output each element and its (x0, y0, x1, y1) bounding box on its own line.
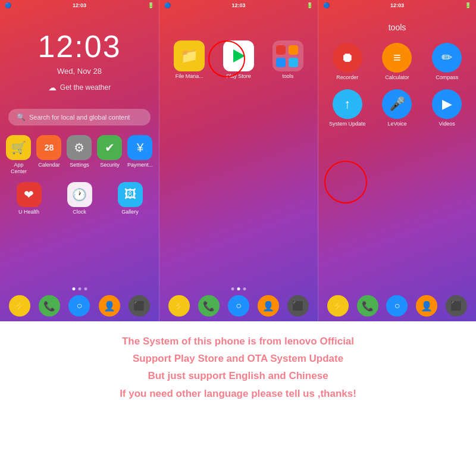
gallery-icon: 🖼 (124, 187, 136, 201)
dock-p1: ⚡ 📞 ○ 👤 ⬛ (0, 295, 159, 317)
app-icon-calendar: 28 (36, 135, 61, 160)
app-item-appcenter[interactable]: 🛒 App Center (6, 135, 32, 175)
app-label-uhealth: U Health (18, 209, 39, 215)
dock-p3-contacts[interactable]: 👤 (416, 295, 437, 317)
app-item-uhealth[interactable]: ❤ U Health (6, 182, 52, 215)
page-dots-p2 (231, 287, 246, 290)
app-label-playstore: Play Store (226, 73, 251, 80)
app-item-calculator[interactable]: ≡ Calculator (377, 43, 418, 81)
dock-p2-phone[interactable]: 📞 (198, 295, 220, 317)
status-bt-p3: 🔵 (323, 2, 330, 8)
settings-gear-icon: ⚙ (74, 140, 84, 155)
bottom-line1: The System of this phone is from lenovo … (18, 333, 458, 349)
app-icon-security: ✔ (97, 135, 122, 160)
app-item-sysupdate[interactable]: ↑ System Update (327, 89, 368, 127)
tools-grid: ⏺ Recorder ≡ Calculator ✏ Compass (318, 32, 476, 127)
dock-p2-icon-5: ⬛ (292, 300, 304, 312)
levoice-icon: 🎤 (389, 96, 405, 112)
app-label-levoice: LeVoice (387, 121, 406, 127)
dock-p2-5[interactable]: ⬛ (287, 295, 309, 317)
status-icons-p1: 🔋 (148, 2, 154, 8)
folder-dot-4 (289, 58, 298, 67)
app-icon-calculator: ≡ (382, 43, 412, 73)
app-label-calendar: Calendar (38, 162, 60, 168)
page-dots-p1 (72, 287, 87, 290)
app-item-tools-folder[interactable]: tools (266, 40, 309, 80)
calculator-icon: ≡ (393, 50, 401, 65)
app-label-settings: Settings (70, 162, 89, 168)
sysupdate-icon: ↑ (344, 96, 350, 112)
app-item-security[interactable]: ✔ Security (97, 135, 123, 175)
app-item-settings[interactable]: ⚙ Settings (67, 135, 92, 175)
dock-p3-home[interactable]: ○ (386, 295, 408, 317)
weather-label: Get the weather (60, 83, 111, 92)
battery-icon: 🔋 (148, 2, 154, 8)
dot-inactive (78, 287, 81, 290)
dock-p2-home[interactable]: ○ (228, 295, 249, 317)
dock-icon-1[interactable]: ⚡ (9, 295, 30, 317)
battery-p3: 🔋 (465, 2, 471, 8)
uhealth-icon: ❤ (24, 187, 34, 202)
app-item-compass[interactable]: ✏ Compass (426, 43, 468, 81)
weather-row[interactable]: ☁ Get the weather (0, 83, 159, 92)
appcenter-icon: 🛒 (11, 140, 26, 155)
apps-grid-p2: 📁 File Mana... (159, 29, 318, 80)
dock-p2-1[interactable]: ⚡ (168, 295, 190, 317)
status-bluetooth: 🔵 (5, 2, 11, 8)
dock-icon-5[interactable]: ⬛ (129, 295, 150, 317)
app-item-levoice[interactable]: 🎤 LeVoice (377, 89, 418, 127)
app-item-recorder[interactable]: ⏺ Recorder (327, 43, 368, 81)
dock-p3-icon-1: ⚡ (332, 300, 344, 312)
dock-p3: ⚡ 📞 ○ 👤 ⬛ (318, 295, 476, 317)
search-icon: 🔍 (17, 113, 26, 121)
app-icon-appcenter: 🛒 (6, 135, 31, 160)
app-label-security: Security (100, 162, 120, 168)
app-icon-payment: ¥ (127, 135, 152, 160)
dock-icon-symbol-1: ⚡ (14, 300, 26, 312)
app-icon-sysupdate: ↑ (333, 89, 362, 119)
app-icon-recorder: ⏺ (333, 43, 362, 73)
status-bt-p2: 🔵 (164, 2, 171, 8)
app-item-gallery[interactable]: 🖼 Gallery (107, 182, 153, 215)
dock-p3-1[interactable]: ⚡ (327, 295, 349, 317)
dock-p2: ⚡ 📞 ○ 👤 ⬛ (159, 295, 318, 317)
dot-p2-3 (243, 287, 246, 290)
contacts-icon: 👤 (104, 300, 115, 312)
app-item-playstore[interactable]: Play Store (217, 40, 261, 80)
folder-dot-3 (276, 58, 286, 67)
status-time-p2: 12:03 (231, 2, 245, 8)
app-label-calculator: Calculator (385, 74, 409, 81)
app-item-payment[interactable]: ¥ Payment... (127, 135, 153, 175)
app-item-videos[interactable]: ▶ Videos (426, 89, 468, 127)
folder-dot-1 (276, 45, 286, 55)
dock-p2-contacts[interactable]: 👤 (258, 295, 279, 317)
phone-icon: 📞 (43, 300, 55, 312)
dock-icon-phone[interactable]: 📞 (39, 295, 60, 317)
dock-p3-phone[interactable]: 📞 (357, 295, 378, 317)
app-label-videos: Videos (439, 121, 455, 127)
dock-p3-5[interactable]: ⬛ (446, 295, 467, 317)
search-placeholder-text: Search for local and global content (29, 114, 130, 121)
app-item-filemgr[interactable]: 📁 File Mana... (168, 40, 211, 80)
security-icon: ✔ (105, 140, 115, 155)
phone2-appdrawer: 🔵 12:03 🔋 📁 File Mana... (159, 0, 318, 321)
clock-icon: 🕐 (72, 187, 87, 202)
videos-icon: ▶ (442, 96, 452, 112)
app-icon-gallery: 🖼 (118, 182, 143, 207)
app-icon-levoice: 🎤 (382, 89, 412, 119)
app-icon-filemgr: 📁 (174, 40, 205, 71)
dock-icon-symbol-5: ⬛ (133, 300, 145, 312)
app-item-clock[interactable]: 🕐 Clock (57, 182, 102, 215)
dock-icon-contacts[interactable]: 👤 (99, 295, 120, 317)
dock-icon-home[interactable]: ○ (68, 295, 90, 317)
status-time-p1: 12:03 (73, 2, 86, 8)
bottom-text-section: The System of this phone is from lenovo … (0, 321, 476, 409)
search-bar[interactable]: 🔍 Search for local and global content (8, 109, 151, 126)
status-bar-p1: 🔵 12:03 🔋 (0, 0, 159, 11)
app-item-calendar[interactable]: 28 Calendar (36, 135, 62, 175)
payment-icon: ¥ (137, 141, 143, 155)
phone3-tools: 🔵 12:03 🔋 tools ⏺ Recorder ≡ Calculator (318, 0, 476, 321)
dock-p2-phone-icon: 📞 (203, 300, 215, 312)
apps-grid-row2: ❤ U Health 🕐 Clock 🖼 Gallery (0, 175, 159, 215)
app-icon-compass: ✏ (432, 43, 462, 73)
